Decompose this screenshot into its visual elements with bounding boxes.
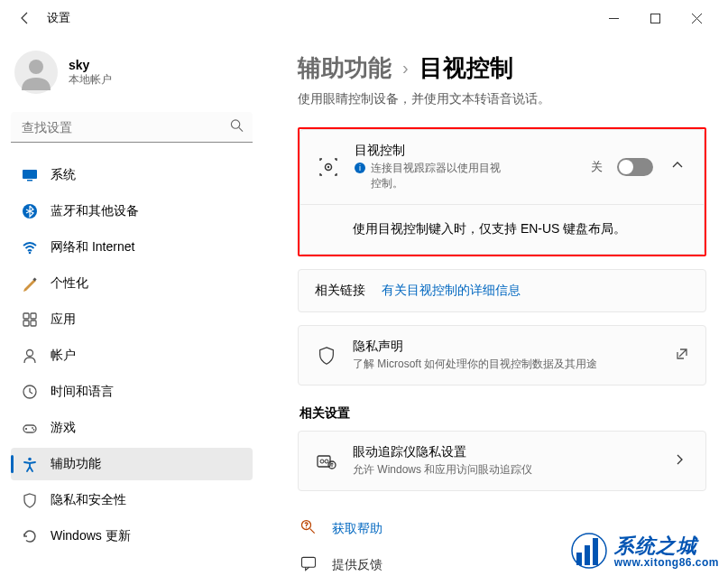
wifi-icon	[22, 239, 38, 255]
shield-icon	[315, 346, 338, 366]
app-title: 设置	[47, 10, 70, 26]
apps-icon	[22, 311, 38, 328]
watermark-logo-icon	[571, 533, 607, 569]
accessibility-icon	[22, 456, 38, 472]
sidebar-item-apps[interactable]: 应用	[11, 303, 253, 336]
sidebar-item-privacy[interactable]: 隐私和安全性	[11, 484, 253, 516]
svg-point-5	[29, 60, 43, 74]
account-icon	[22, 348, 38, 364]
bluetooth-icon	[22, 203, 38, 219]
sidebar-item-gaming[interactable]: 游戏	[11, 412, 253, 444]
info-icon: i	[355, 163, 365, 173]
svg-point-11	[29, 252, 32, 255]
watermark-url: www.xitong86.com	[614, 556, 719, 569]
page-title: 目视控制	[419, 52, 513, 84]
eye-control-icon	[317, 156, 340, 178]
maximize-button[interactable]	[634, 4, 676, 33]
svg-rect-1	[650, 14, 659, 23]
sidebar-item-label: 蓝牙和其他设备	[51, 203, 139, 219]
highlighted-setting: 目视控制 i 连接目视跟踪器以使用目视控制。 关 使用目视控制键入时，仅支持 E…	[298, 127, 706, 256]
sidebar-item-label: 网络和 Internet	[51, 239, 134, 255]
svg-point-24	[327, 166, 329, 168]
chevron-right-icon: ›	[402, 58, 409, 79]
svg-rect-33	[585, 545, 590, 565]
sidebar-item-bluetooth[interactable]: 蓝牙和其他设备	[11, 195, 253, 228]
toggle-state-label: 关	[591, 159, 603, 175]
time-icon	[22, 384, 38, 400]
related-links-label: 相关链接	[315, 283, 365, 299]
eye-control-toggle[interactable]	[617, 158, 653, 176]
svg-rect-9	[27, 180, 32, 181]
svg-point-30	[306, 527, 307, 528]
svg-point-27	[325, 460, 328, 463]
svg-rect-34	[593, 538, 598, 565]
sidebar-item-label: 辅助功能	[51, 456, 101, 472]
svg-point-6	[231, 120, 239, 128]
eye-control-note: 使用目视控制键入时，仅支持 EN-US 键盘布局。	[300, 205, 704, 254]
watermark: 系统之城 www.xitong86.com	[567, 531, 723, 571]
related-settings-heading: 相关设置	[299, 405, 706, 422]
svg-point-20	[32, 427, 33, 429]
svg-rect-16	[31, 321, 36, 326]
feedback-link[interactable]: 提供反馈	[332, 557, 382, 573]
help-icon	[299, 518, 318, 540]
watermark-title: 系统之城	[614, 534, 697, 557]
sidebar-item-time[interactable]: 时间和语言	[11, 376, 253, 408]
user-name: sky	[69, 58, 112, 72]
svg-point-17	[27, 350, 33, 357]
minimize-button[interactable]	[593, 4, 634, 33]
privacy-subtitle: 了解 Microsoft 如何处理你的目视控制数据及其用途	[353, 357, 597, 372]
svg-point-21	[33, 429, 35, 431]
eye-tracker-privacy-title: 眼动追踪仪隐私设置	[353, 444, 655, 460]
svg-line-7	[239, 127, 243, 131]
eye-control-subtitle: 连接目视跟踪器以使用目视控制。	[371, 161, 506, 191]
sidebar-item-label: 应用	[51, 311, 76, 328]
eye-tracker-privacy-item[interactable]: 眼动追踪仪隐私设置 允许 Windows 和应用访问眼动追踪仪	[299, 432, 705, 490]
back-button[interactable]	[11, 4, 40, 33]
get-help-link[interactable]: 获取帮助	[332, 521, 382, 537]
eye-control-title: 目视控制	[355, 143, 576, 159]
chevron-right-icon	[669, 450, 689, 473]
svg-point-22	[28, 458, 32, 461]
eye-tracker-icon	[315, 451, 338, 472]
svg-rect-8	[23, 170, 37, 179]
svg-rect-14	[31, 313, 36, 319]
sidebar-item-label: 时间和语言	[51, 384, 114, 400]
svg-rect-31	[302, 557, 316, 567]
page-description: 使用眼睛控制设备，并使用文本转语音说话。	[298, 91, 706, 107]
breadcrumb-parent[interactable]: 辅助功能	[298, 52, 392, 84]
svg-point-26	[320, 460, 324, 463]
feedback-icon	[299, 554, 318, 576]
collapse-button[interactable]	[668, 155, 687, 179]
open-external-icon[interactable]	[675, 347, 689, 365]
personalize-icon	[22, 275, 38, 292]
avatar-icon	[14, 51, 58, 94]
privacy-title: 隐私声明	[353, 339, 660, 355]
sidebar-item-label: 个性化	[51, 275, 88, 292]
sidebar-item-label: 隐私和安全性	[51, 492, 126, 508]
svg-rect-15	[23, 321, 29, 326]
system-icon	[22, 167, 38, 183]
search-icon	[230, 119, 244, 136]
user-type: 本地帐户	[69, 72, 112, 88]
gaming-icon	[22, 420, 38, 436]
user-section[interactable]: sky 本地帐户	[11, 43, 253, 112]
sidebar-item-wifi[interactable]: 网络和 Internet	[11, 231, 253, 264]
related-link[interactable]: 有关目视控制的详细信息	[382, 283, 521, 299]
sidebar-item-update[interactable]: Windows 更新	[11, 520, 253, 553]
close-button[interactable]	[676, 4, 717, 33]
sidebar-item-label: Windows 更新	[51, 528, 131, 544]
privacy-icon	[22, 492, 38, 508]
sidebar-item-label: 帐户	[51, 348, 76, 364]
sidebar-item-accessibility[interactable]: 辅助功能	[11, 448, 253, 480]
eye-tracker-privacy-subtitle: 允许 Windows 和应用访问眼动追踪仪	[353, 462, 532, 478]
search-input[interactable]	[11, 112, 253, 143]
sidebar-item-label: 系统	[51, 167, 76, 183]
update-icon	[22, 528, 38, 544]
sidebar-item-label: 游戏	[51, 420, 76, 436]
sidebar-item-personalize[interactable]: 个性化	[11, 267, 253, 300]
svg-rect-13	[23, 313, 29, 319]
breadcrumb: 辅助功能 › 目视控制	[298, 52, 706, 84]
sidebar-item-system[interactable]: 系统	[11, 159, 253, 191]
sidebar-item-account[interactable]: 帐户	[11, 339, 253, 372]
